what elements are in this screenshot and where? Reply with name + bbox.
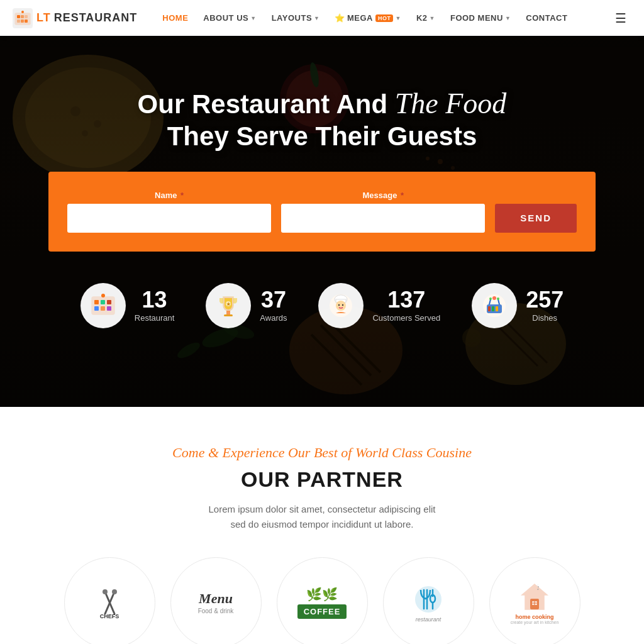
restaurant-icon-circle [80,283,126,328]
nav-item-k2[interactable]: K2 ▼ [410,8,441,28]
home-cooking-logo [519,581,550,613]
chevron-down-icon: ▼ [505,15,511,21]
svg-point-56 [489,297,492,300]
partner-logo-chefs[interactable]: CHEFS catering service [64,557,155,644]
hot-badge: HOT [375,14,394,22]
nav-item-layouts[interactable]: LAYOUTS ▼ [265,8,326,28]
svg-point-47 [336,301,346,311]
nav-item-contact[interactable]: CONTACT [519,8,574,28]
nav-item-about[interactable]: ABOUT US ▼ [197,8,262,28]
svg-rect-0 [15,13,30,25]
svg-rect-35 [107,300,111,304]
stat-label-dishes: Dishes [526,313,564,323]
message-field-group: Message * [281,191,485,233]
contact-form-container: Name * Message * SEND [48,172,596,252]
partner-logo-coffee[interactable]: 🌿🌿 COFFEE [277,557,368,644]
menu-logo-text: Menu [199,592,233,606]
brand-lt: LT [36,11,51,25]
svg-rect-2 [21,15,24,18]
hero-title: Our Restaurant And The Food They Serve T… [0,86,644,153]
name-input[interactable] [67,204,271,233]
fork-logo-label: restaurant [416,616,441,623]
name-label: Name * [67,191,271,200]
svg-point-48 [338,304,340,305]
dishes-icon [480,292,508,319]
partner-description: Lorem ipsum dolor sit amet, consectetur … [25,502,619,532]
form-row: Name * Message * SEND [67,191,577,233]
stat-number-restaurant: 13 [135,289,175,311]
chevron-down-icon: ▼ [250,15,256,21]
stat-text-awards: 37 Awards [260,289,287,323]
stat-number-dishes: 257 [526,289,564,311]
send-button[interactable]: SEND [495,204,577,233]
svg-point-55 [492,296,496,300]
partner-section: Come & Experience Our Best of World Clas… [0,407,644,644]
svg-point-57 [497,297,499,300]
chef-icon [327,292,355,319]
stat-number-awards: 37 [260,289,287,311]
hero-title-line2: They Serve Their Guests [167,121,477,151]
svg-rect-38 [107,306,111,311]
partner-logo-home-cooking[interactable]: home cooking create your art in kitchen [489,557,580,644]
name-required: * [178,191,184,200]
svg-point-60 [103,589,108,594]
svg-rect-52 [488,306,491,311]
svg-rect-32 [92,297,114,314]
svg-rect-40 [226,311,230,314]
customers-icon-circle [318,283,364,328]
dishes-icon-circle [472,283,517,328]
svg-rect-36 [94,306,99,311]
restaurant-icon [89,292,117,319]
svg-rect-4 [17,19,20,23]
stat-number-customers: 137 [372,289,440,311]
hero-section: Our Restaurant And The Food They Serve T… [0,36,644,407]
stat-item-customers: 137 Customers Served [318,283,440,328]
partner-logo-restaurant-fork[interactable]: restaurant [383,557,474,644]
svg-text:★: ★ [226,302,231,306]
brand-icon [13,8,33,28]
trophy-icon: ★ [214,292,242,319]
svg-rect-37 [101,306,105,311]
svg-text:CHEFS: CHEFS [99,613,119,619]
nav-item-food-menu[interactable]: FOOD MENU ▼ [444,8,517,28]
coffee-badge: COFFEE [297,604,347,619]
partner-logos: CHEFS catering service Menu Food & drink… [25,557,619,644]
svg-rect-6 [25,19,28,23]
nav-item-mega[interactable]: ⭐ MEGA HOT ▼ [328,8,407,28]
nav-item-home[interactable]: HOME [156,8,194,28]
stat-item-restaurant: 13 Restaurant [80,283,175,328]
stat-text-customers: 137 Customers Served [372,289,440,323]
chevron-down-icon: ▼ [430,15,435,21]
hero-title-line1-italic: The Food [395,87,507,119]
hamburger-menu-icon[interactable]: ☰ [610,6,631,31]
svg-point-49 [342,304,343,305]
svg-rect-1 [17,15,20,18]
stat-label-restaurant: Restaurant [135,313,175,323]
stat-item-dishes: 257 Dishes [472,283,564,328]
brand-logo[interactable]: LT RESTAURANT [13,8,137,28]
partner-title: OUR PARTNER [25,467,619,492]
svg-point-39 [101,294,105,297]
navbar: LT RESTAURANT HOME ABOUT US ▼ LAYOUTS ▼ … [0,0,644,36]
fork-spoon-logo [413,584,444,615]
message-input[interactable] [281,204,485,233]
svg-point-7 [21,11,24,13]
stat-text-restaurant: 13 Restaurant [135,289,175,323]
svg-rect-5 [21,19,24,23]
svg-rect-54 [496,306,498,311]
svg-rect-34 [101,300,105,304]
svg-rect-33 [94,300,99,304]
chefs-logo-image: CHEFS catering service [92,586,127,620]
stat-item-awards: ★ 37 Awards [206,283,287,328]
partner-logo-menu[interactable]: Menu Food & drink [170,557,262,644]
chevron-down-icon: ▼ [395,15,401,21]
svg-rect-53 [492,306,494,311]
partner-subtitle: Come & Experience Our Best of World Clas… [25,445,619,461]
coffee-leaves-icon: 🌿🌿 [306,587,338,602]
stats-section: 13 Restaurant ★ [0,283,644,366]
name-field-group: Name * [67,191,271,233]
hero-title-line1-plain: Our Restaurant And [138,89,395,119]
awards-icon-circle: ★ [206,283,251,328]
star-icon: ⭐ [335,13,345,23]
message-label: Message * [281,191,485,200]
